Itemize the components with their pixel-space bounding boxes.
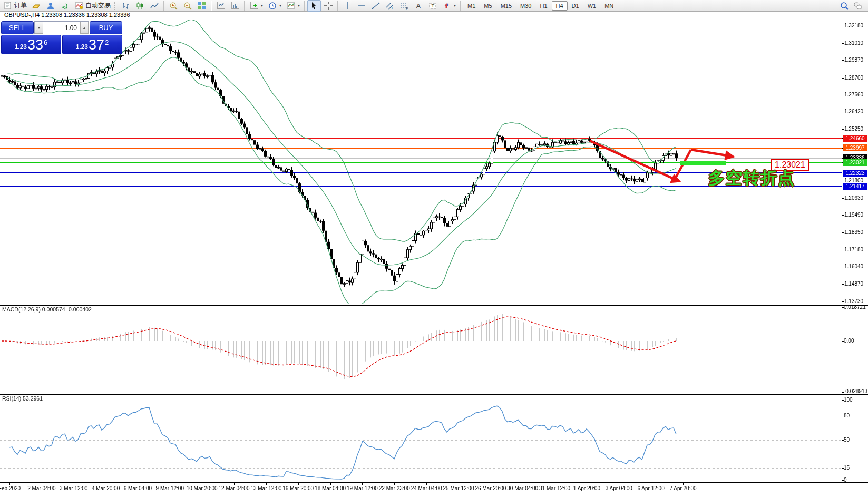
crosshair-button[interactable] (321, 0, 335, 12)
one-click-trading-panel: SELL ▼ ▲ BUY 1.23 33 6 1.23 37 2 (1, 21, 122, 54)
zoom-out-icon (183, 1, 192, 11)
community-button[interactable] (44, 0, 57, 12)
buy-price-pips: 37 (89, 38, 104, 52)
line-chart-icon (150, 1, 159, 11)
tab-timeframe-H4[interactable]: H4 (552, 1, 568, 11)
templates-button[interactable]: ▾ (284, 0, 302, 12)
chart-canvas[interactable] (0, 0, 868, 497)
text-icon: A (414, 1, 423, 11)
add-indicator-button[interactable]: ▾ (247, 0, 265, 12)
tile-windows-button[interactable] (195, 0, 209, 12)
search-button[interactable] (837, 0, 851, 12)
dropdown-caret: ▾ (298, 3, 300, 8)
zoom-in-button[interactable] (167, 0, 180, 12)
svg-text:F: F (406, 7, 408, 11)
tab-timeframe-W1[interactable]: W1 (583, 1, 601, 11)
templates-icon (286, 1, 296, 11)
indicators-window-button[interactable] (214, 0, 228, 12)
buy-price-point: 2 (105, 38, 109, 46)
cursor-icon (309, 1, 319, 11)
candle-chart-icon (135, 1, 145, 11)
volume-increase-button[interactable]: ▲ (80, 22, 89, 34)
indicators-window-icon (216, 1, 226, 11)
vertical-line-button[interactable] (340, 0, 354, 12)
bar-chart-button[interactable] (119, 0, 133, 12)
toolbar-drag-handle[interactable] (114, 2, 118, 10)
vertical-line-icon (343, 1, 352, 11)
toolbar-separator (244, 1, 245, 11)
sell-button[interactable]: SELL (1, 21, 34, 34)
toolbar-separator (337, 1, 338, 11)
sell-price-prefix: 1.23 (15, 43, 27, 51)
svg-text:T: T (432, 3, 435, 8)
zoom-in-icon (169, 1, 178, 11)
sell-price-point: 6 (44, 38, 47, 46)
crosshair-icon (324, 1, 333, 11)
autotrading-button[interactable]: 自动交易 (72, 0, 113, 12)
tab-timeframe-H1[interactable]: H1 (535, 1, 551, 11)
clock-icon (268, 1, 277, 11)
autotrading-icon (74, 1, 84, 11)
svg-text:E: E (392, 6, 394, 10)
tile-windows-icon (197, 1, 207, 11)
chat-icon (853, 1, 863, 11)
separate-window-button[interactable] (228, 0, 242, 12)
toolbar: 订单 自动交易 (0, 0, 868, 12)
gold-button[interactable] (30, 0, 43, 12)
new-order-icon (3, 1, 13, 11)
buy-button[interactable]: BUY (90, 21, 122, 34)
buy-price-box[interactable]: 1.23 37 2 (62, 35, 122, 54)
volume-stepper: ▼ ▲ (34, 21, 89, 34)
periods-button[interactable]: ▾ (266, 0, 284, 12)
horizontal-line-button[interactable] (355, 0, 368, 12)
equidistant-channel-button[interactable]: E (383, 0, 397, 12)
zoom-out-button[interactable] (181, 0, 194, 12)
tab-timeframe-MN[interactable]: MN (600, 1, 618, 11)
chat-button[interactable] (851, 0, 865, 12)
equidistant-channel-icon: E (385, 1, 395, 11)
svg-text:A: A (416, 2, 421, 9)
new-order-label: 订单 (14, 1, 27, 10)
tab-timeframe-M30[interactable]: M30 (516, 1, 535, 11)
line-chart-button[interactable] (148, 0, 161, 12)
text-label-icon: T (428, 1, 437, 11)
tab-timeframe-M15[interactable]: M15 (496, 1, 516, 11)
autotrading-label: 自动交易 (85, 1, 111, 10)
fibonacci-icon: F (399, 1, 409, 11)
text-button[interactable]: A (412, 0, 425, 12)
trendline-icon (371, 1, 381, 11)
toolbar-separator (163, 1, 164, 11)
symbol-info: GBPUSD-,H4 1.23308 1.23336 1.23308 1.233… (0, 12, 868, 20)
trendline-button[interactable] (369, 0, 383, 12)
person-icon (46, 1, 55, 11)
sell-price-box[interactable]: 1.23 33 6 (1, 35, 61, 54)
dropdown-caret: ▾ (261, 3, 263, 8)
sell-price-pips: 33 (27, 38, 43, 52)
toolbar-separator (304, 1, 305, 11)
volume-input[interactable] (43, 22, 80, 34)
arrows-icon (442, 1, 452, 11)
cursor-button[interactable] (307, 0, 321, 12)
new-order-button[interactable]: 订单 (1, 0, 29, 12)
search-icon (840, 1, 849, 11)
horizontal-line-icon (357, 1, 366, 11)
add-indicator-icon (249, 1, 259, 11)
tab-timeframe-D1[interactable]: D1 (568, 1, 583, 11)
dropdown-caret: ▾ (279, 3, 281, 8)
tab-timeframe-M5[interactable]: M5 (480, 1, 496, 11)
toolbar-separator (211, 1, 212, 11)
dropdown-caret: ▾ (454, 3, 456, 8)
fibonacci-button[interactable]: F (397, 0, 411, 12)
tab-timeframe-M1[interactable]: M1 (463, 1, 480, 11)
timeframe-group: M1M5M15M30H1H4D1W1MN (463, 1, 618, 11)
mt4-window: 订单 自动交易 (0, 0, 868, 497)
candle-chart-button[interactable] (133, 0, 147, 12)
gold-bar-icon (32, 1, 41, 11)
volume-decrease-button[interactable]: ▼ (35, 22, 43, 34)
separate-window-icon (230, 1, 240, 11)
signals-icon (60, 1, 70, 11)
text-label-button[interactable]: T (426, 0, 440, 12)
arrows-button[interactable]: ▾ (440, 0, 458, 12)
bar-chart-icon (121, 1, 131, 11)
signals-button[interactable] (58, 0, 72, 12)
